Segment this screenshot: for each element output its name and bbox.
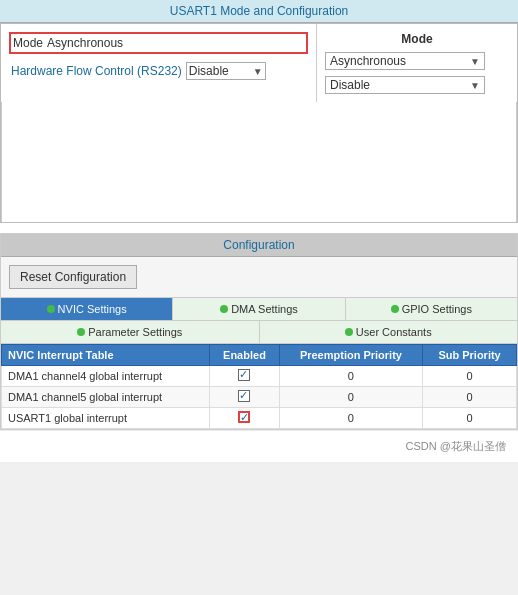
hw-flow-row: Hardware Flow Control (RS232) Disable ▼ xyxy=(9,60,308,82)
gpio-tab-label: GPIO Settings xyxy=(402,303,472,315)
tab-gpio-settings[interactable]: GPIO Settings xyxy=(346,298,517,320)
hw-flow-select[interactable]: Disable ▼ xyxy=(186,62,266,80)
gpio-tab-dot-icon xyxy=(391,305,399,313)
reset-btn-area: Reset Configuration xyxy=(1,257,517,298)
config-title-bar: Configuration xyxy=(1,234,517,257)
sub-dma1ch5: 0 xyxy=(423,387,517,408)
mode-row: Mode Asynchronous xyxy=(9,32,308,54)
tabs-row2: Parameter Settings User Constants xyxy=(1,321,517,344)
footer: CSDN @花果山圣僧 xyxy=(0,430,518,462)
hw-flow-value: Disable xyxy=(189,64,229,78)
hw-flow-dropdown-value: Disable xyxy=(330,78,370,92)
mode-dropdown[interactable]: Asynchronous ▼ xyxy=(325,52,485,70)
param-tab-label: Parameter Settings xyxy=(88,326,182,338)
preemption-dma1ch4: 0 xyxy=(279,366,422,387)
nvic-table: NVIC Interrupt Table Enabled Preemption … xyxy=(1,344,517,429)
footer-text: CSDN @花果山圣僧 xyxy=(406,440,506,452)
sub-usart1: 0 xyxy=(423,408,517,429)
tab-parameter-settings[interactable]: Parameter Settings xyxy=(1,321,260,343)
mode-dropdown-value: Asynchronous xyxy=(330,54,406,68)
hw-flow-dropdown-right[interactable]: Disable ▼ xyxy=(325,76,485,94)
empty-space xyxy=(1,102,517,222)
preemption-dma1ch5: 0 xyxy=(279,387,422,408)
mode-dropdown-arrow-icon: ▼ xyxy=(470,56,480,67)
table-row: DMA1 channel5 global interrupt 0 0 xyxy=(2,387,517,408)
mode-value: Asynchronous xyxy=(47,36,304,50)
sub-dma1ch4: 0 xyxy=(423,366,517,387)
main-title-bar: USART1 Mode and Configuration xyxy=(0,0,518,23)
table-row: USART1 global interrupt 0 0 xyxy=(2,408,517,429)
mode-left-panel: Mode Asynchronous Hardware Flow Control … xyxy=(1,24,317,102)
table-row: DMA1 channel4 global interrupt 0 0 xyxy=(2,366,517,387)
mode-right-panel: Mode Asynchronous ▼ Disable ▼ xyxy=(317,24,517,102)
reset-config-button[interactable]: Reset Configuration xyxy=(9,265,137,289)
param-tab-dot-icon xyxy=(77,328,85,336)
checkbox-usart1[interactable] xyxy=(238,411,250,423)
mode-label: Mode xyxy=(13,36,43,50)
interrupt-name-dma1ch4: DMA1 channel4 global interrupt xyxy=(2,366,210,387)
nvic-tab-label: NVIC Settings xyxy=(58,303,127,315)
hw-flow-label: Hardware Flow Control (RS232) xyxy=(11,64,182,78)
col-interrupt-name: NVIC Interrupt Table xyxy=(2,345,210,366)
nvic-tab-dot-icon xyxy=(47,305,55,313)
interrupt-name-dma1ch5: DMA1 channel5 global interrupt xyxy=(2,387,210,408)
config-title: Configuration xyxy=(223,238,294,252)
tab-user-constants[interactable]: User Constants xyxy=(260,321,518,343)
enabled-cell-usart1 xyxy=(210,408,280,429)
checkbox-dma1ch5[interactable] xyxy=(238,390,250,402)
main-title: USART1 Mode and Configuration xyxy=(170,4,349,18)
mode-section-title: Mode xyxy=(325,32,509,46)
tab-dma-settings[interactable]: DMA Settings xyxy=(173,298,345,320)
mode-area: Mode Asynchronous Hardware Flow Control … xyxy=(1,24,517,102)
hw-flow-arrow-icon: ▼ xyxy=(253,66,263,77)
user-tab-label: User Constants xyxy=(356,326,432,338)
page-wrapper: USART1 Mode and Configuration Mode Async… xyxy=(0,0,518,462)
enabled-cell-dma1ch4 xyxy=(210,366,280,387)
col-enabled: Enabled xyxy=(210,345,280,366)
col-sub-priority: Sub Priority xyxy=(423,345,517,366)
hw-flow-dropdown-arrow-icon: ▼ xyxy=(470,80,480,91)
tab-nvic-settings[interactable]: NVIC Settings xyxy=(1,298,173,320)
dma-tab-label: DMA Settings xyxy=(231,303,298,315)
col-preemption: Preemption Priority xyxy=(279,345,422,366)
checkbox-dma1ch4[interactable] xyxy=(238,369,250,381)
config-section: Configuration Reset Configuration NVIC S… xyxy=(0,233,518,430)
user-tab-dot-icon xyxy=(345,328,353,336)
enabled-cell-dma1ch5 xyxy=(210,387,280,408)
tabs-row1: NVIC Settings DMA Settings GPIO Settings xyxy=(1,298,517,321)
dma-tab-dot-icon xyxy=(220,305,228,313)
preemption-usart1: 0 xyxy=(279,408,422,429)
interrupt-name-usart1: USART1 global interrupt xyxy=(2,408,210,429)
top-section: Mode Asynchronous Hardware Flow Control … xyxy=(0,23,518,223)
